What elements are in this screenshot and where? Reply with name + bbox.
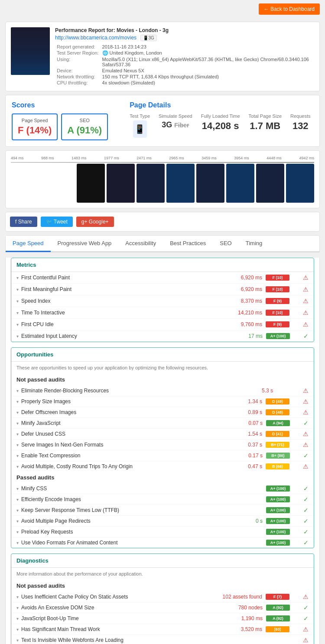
timeline-thumb-4 xyxy=(166,164,195,203)
ok-icon: ✓ xyxy=(303,333,309,340)
timeline-thumb-2 xyxy=(107,164,135,203)
metric-bar-wrap: F (9) xyxy=(266,298,300,304)
audit-row: ▾ Avoid Multiple, Costly Round Trips To … xyxy=(11,461,314,472)
audit-name: Preload Key Requests xyxy=(21,529,263,535)
metric-bar: A+ (100) xyxy=(266,333,290,339)
tab-page-speed[interactable]: Page Speed xyxy=(6,236,51,252)
ok-icon: ✓ xyxy=(303,452,309,459)
metric-name: Speed Index xyxy=(21,298,241,304)
metric-bar: F (10) xyxy=(266,286,289,292)
metric-value: 8,370 ms xyxy=(241,298,262,304)
chevron-icon: ▾ xyxy=(16,287,19,292)
metric-value: 14,210 ms xyxy=(238,310,262,316)
tab-timing[interactable]: Timing xyxy=(239,236,270,252)
twitter-tweet-button[interactable]: 🐦 Tweet xyxy=(41,217,73,227)
metric-row: ▾ First Contentful Paint 6,920 ms F (10)… xyxy=(11,272,314,284)
audit-row: ▾ Serve Images In Next-Gen Formats 0.37 … xyxy=(11,440,314,450)
seo-score-card: SEO A (91%) xyxy=(61,113,108,140)
audit-name: Defer Offscreen Images xyxy=(21,409,248,415)
top-bar: ← Back to Dashboard xyxy=(0,0,325,18)
audit-value: 0.07 s xyxy=(248,420,263,426)
diag-audit-row: ▾ JavaScript Boot-Up Time 1,190 ms A (92… xyxy=(11,613,314,624)
back-dashboard-button[interactable]: ← Back to Dashboard xyxy=(259,3,320,15)
audit-name: Uses Inefficient Cache Policy On Static … xyxy=(21,594,223,600)
audit-value: 1.34 s xyxy=(248,398,262,405)
audit-bar: A+ (100) xyxy=(266,518,290,524)
metric-bar-wrap: F (10) xyxy=(266,275,300,281)
metric-bar-wrap: F (9) xyxy=(266,321,300,327)
tab-accessibility[interactable]: Accessibility xyxy=(118,236,163,252)
site-thumbnail xyxy=(11,27,50,75)
fully-loaded-item: Fully Loaded Time 14,208 s xyxy=(201,113,240,139)
audit-bar: A+ (100) xyxy=(266,529,290,535)
alert-icon: ⚠ xyxy=(303,398,309,405)
chevron-icon: ▾ xyxy=(16,530,19,534)
diagnostics-desc: More information about the performance o… xyxy=(11,568,314,580)
metric-bar: F (9) xyxy=(266,298,289,304)
tab-best-practices[interactable]: Best Practices xyxy=(163,236,213,252)
passed-audit-row: ▾ Preload Key Requests A+ (100) ✓ xyxy=(11,527,314,537)
page-speed-label: Page Speed xyxy=(18,118,52,123)
audit-bar: D (41) xyxy=(266,431,289,437)
audit-value: 780 nodes xyxy=(238,605,263,611)
chevron-icon: ▾ xyxy=(16,497,19,502)
audit-name: Efficiently Encode Images xyxy=(21,496,263,502)
metric-row: ▾ Time To Interactive 14,210 ms F (10) ⚠ xyxy=(11,307,314,319)
audit-name: Avoid Multiple Page Redirects xyxy=(21,518,256,524)
alert-icon: ⚠ xyxy=(303,409,309,416)
chevron-icon: ▾ xyxy=(16,388,19,393)
passed-audit-row: ▾ Minify CSS A+ (100) ✓ xyxy=(11,483,314,494)
not-passed-title: Not passed audits xyxy=(11,374,314,385)
metric-name: First Meaningful Paint xyxy=(21,286,241,292)
diag-not-passed-title: Not passed audits xyxy=(11,580,314,592)
ok-icon: ✓ xyxy=(303,420,309,427)
metric-bar: F (10) xyxy=(266,275,289,281)
alert-icon: ⚠ xyxy=(303,274,309,281)
chevron-icon: ▾ xyxy=(16,464,19,469)
audit-name: Avoids An Excessive DOM Size xyxy=(21,605,238,611)
audit-bar-wrap: (60) xyxy=(266,626,300,632)
facebook-share-button[interactable]: f Share xyxy=(10,217,37,227)
chevron-icon: ▾ xyxy=(16,299,19,304)
alert-icon: ⚠ xyxy=(303,286,309,293)
metrics-header: Metrics xyxy=(11,258,314,272)
audit-bar: A+ (100) xyxy=(266,496,290,502)
test-type-item: Test Type 📱 xyxy=(130,113,150,139)
metric-value: 17 ms xyxy=(248,333,263,339)
audit-row: ▾ Enable Text Compression 0.17 s B+ (86)… xyxy=(11,450,314,461)
alert-icon: ⚠ xyxy=(303,309,309,316)
report-title: Performance Report for: Movies - London … xyxy=(55,27,314,33)
audit-row: ▾ Minify JavaScript 0.07 s A (94) ✓ xyxy=(11,418,314,429)
audit-value: 3,520 ms xyxy=(241,626,262,632)
tab-seo[interactable]: SEO xyxy=(213,236,238,252)
chevron-icon: ▾ xyxy=(16,432,19,437)
diag-audit-row: ▾ Avoids An Excessive DOM Size 780 nodes… xyxy=(11,602,314,613)
mobile-icon: 📱 xyxy=(133,120,147,138)
audit-bar: B (66) xyxy=(266,463,289,469)
chevron-icon: ▾ xyxy=(16,627,19,632)
chevron-icon: ▾ xyxy=(16,410,19,415)
audit-bar: D (49) xyxy=(266,398,289,405)
timeline-thumb-6 xyxy=(226,164,254,203)
metric-name: Estimated Input Latency xyxy=(21,333,248,339)
seo-label: SEO xyxy=(67,118,102,123)
chevron-icon: ▾ xyxy=(16,443,19,447)
passed-audit-row: ▾ Keep Server Response Times Low (TTFB) … xyxy=(11,505,314,516)
alert-icon: ⚠ xyxy=(303,387,309,394)
report-info: Performance Report for: Movies - London … xyxy=(55,27,314,86)
metric-row: ▾ First CPU Idle 9,760 ms F (9) ⚠ xyxy=(11,319,314,330)
alert-icon: ⚠ xyxy=(303,637,309,644)
site-url[interactable]: http://www.bbcamerica.com/movies xyxy=(55,35,136,41)
chevron-icon: ▾ xyxy=(16,486,19,491)
opportunities-header: Opportunities xyxy=(11,348,314,362)
google-plus-button[interactable]: g+ Google+ xyxy=(76,217,114,227)
audit-name: Serve Images In Next-Gen Formats xyxy=(21,442,248,448)
audit-value: 0.89 s xyxy=(248,409,262,415)
chevron-icon: ▾ xyxy=(16,508,19,513)
tab-progressive-web-app[interactable]: Progressive Web App xyxy=(51,236,119,252)
metric-row: ▾ Estimated Input Latency 17 ms A+ (100)… xyxy=(11,330,314,342)
metric-bar-wrap: F (10) xyxy=(266,286,300,292)
audit-bar-wrap: A+ (100) xyxy=(266,529,301,535)
ok-icon: ✓ xyxy=(303,507,309,514)
passed-audit-row: ▾ Efficiently Encode Images A+ (100) ✓ xyxy=(11,494,314,505)
